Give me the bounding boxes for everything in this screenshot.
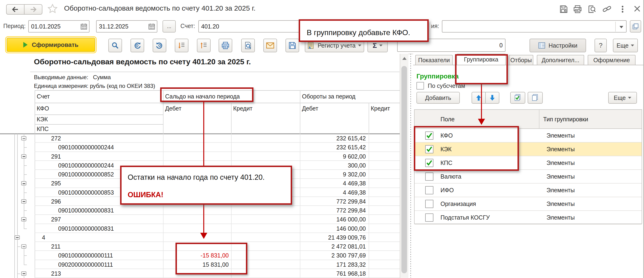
settings-button[interactable]: Настройки [530,39,586,52]
checkbox-unchecked-icon[interactable] [425,172,434,181]
tab-otbory[interactable]: Отборы [509,55,533,65]
field-name: Подстатья КОСГУ [440,214,490,221]
save-icon[interactable] [560,5,568,13]
panel-more-button[interactable]: Еще [608,92,637,104]
save-report-button[interactable] [286,39,299,52]
account-cell: 211 [51,243,60,250]
more-menu-icon[interactable] [622,5,624,13]
title-bar: Оборотно-сальдовая ведомость по счету 40… [0,0,644,18]
tab-pokazateli[interactable]: Показатели [415,55,453,65]
expand-search-next-button[interactable] [130,39,144,52]
account-label: Счет: [180,22,195,30]
date-from-input[interactable]: 01.01.2025 [28,20,90,32]
account-cell: 09010000000000244 [58,144,114,151]
report-row[interactable]: 09010000000000831772 299,84 [0,206,400,215]
grouping-row[interactable]: ВалютаЭлементы [414,170,642,184]
scrollbar-thumb[interactable] [402,66,407,273]
grouping-heading: Группировка [416,72,458,80]
report-column-header: КЭК [37,116,48,123]
annotation-error-label: ОШИБКА! [128,190,163,199]
panel-splitter[interactable] [410,54,411,278]
annotation-cells-box [176,243,247,274]
tab-oformlenie[interactable]: Оформление [588,55,636,65]
turnover-debit-cell: 4 469,38 [343,189,366,196]
tree-collapse-icon[interactable] [21,181,26,186]
tree-collapse-icon[interactable] [21,272,26,276]
app-window: Оборотно-сальдовая ведомость по счету 40… [0,0,644,278]
organization-select[interactable] [442,20,626,32]
add-field-button[interactable]: Добавить [416,92,460,104]
grouping-type: Элементы [546,173,575,180]
toolbar-more-button[interactable]: Еще [613,39,638,52]
account-cell: 09010000000000831 [58,207,114,214]
generate-button[interactable]: Сформировать [6,38,95,52]
annotation-error-text: Остатки на начало года по счету 401.20. [128,173,264,182]
dropdown-arrow-icon[interactable] [620,26,623,28]
report-column-header: Кредит [233,105,252,112]
annotation-hint-kfo: В группировку добавьте КФО. [299,19,429,42]
grouping-row[interactable]: ОрганизацияЭлементы [414,197,642,211]
annotation-arrowhead2 [478,119,485,125]
expand-groups-button[interactable] [175,39,188,52]
account-cell: 213 [51,270,61,277]
tree-collapse-icon[interactable] [21,199,26,204]
preview-icon[interactable] [588,5,596,13]
report-row[interactable]: 272232 615,42 [0,134,400,143]
field-column-header[interactable]: Поле [440,116,454,123]
tab-dopolnitelno[interactable]: Дополнител... [537,55,584,65]
search-button[interactable] [108,39,122,52]
tree-collapse-icon[interactable] [14,235,20,240]
help-button[interactable]: ? [594,39,607,52]
close-icon[interactable] [634,5,641,12]
tree-collapse-icon[interactable] [21,136,26,140]
report-row[interactable]: 421 439 009,76 [0,233,400,242]
generate-label: Сформировать [32,41,78,48]
calendar-icon[interactable] [148,23,155,30]
report-row[interactable]: 297146 000,00 [0,215,400,224]
link-icon[interactable] [602,5,612,13]
report-column-header: Кредит [371,105,390,112]
report-row[interactable]: 2919 602,00 [0,152,400,161]
turnover-debit-cell: 146 000,00 [336,225,366,232]
tree-collapse-icon[interactable] [21,217,26,222]
expand-search-prev-button[interactable] [153,39,166,52]
account-cell: 09010000000000111 [58,252,113,259]
checkbox-unchecked-icon[interactable] [425,214,434,222]
sigma-label: Σ [373,42,377,50]
print-button[interactable] [218,39,232,52]
account-value: 401.20 [201,23,219,30]
subaccounts-checkbox[interactable] [416,82,424,90]
report-vscrollbar[interactable] [400,54,408,278]
send-email-button[interactable] [263,39,277,52]
tree-collapse-icon[interactable] [21,244,26,248]
print-icon[interactable] [573,5,582,13]
report-title: Оборотно-сальдовая ведомость по счету 40… [34,58,251,66]
organization-open-button[interactable] [630,20,641,32]
uncheck-all-button[interactable] [528,92,543,104]
preview-button[interactable] [241,39,255,52]
scroll-up-icon[interactable] [402,57,406,60]
checkbox-unchecked-icon[interactable] [425,186,434,194]
checkbox-unchecked-icon[interactable] [425,200,434,208]
grouping-row[interactable]: Подстатья КОСГУЭлементы [414,211,642,224]
check-all-button[interactable] [510,92,525,104]
collapse-groups-button[interactable] [197,39,210,52]
report-column-header: КПС [37,126,49,132]
tree-collapse-icon[interactable] [21,154,26,158]
grouping-row[interactable]: ИФОЭлементы [414,184,642,197]
favorite-star-icon[interactable] [47,3,58,14]
period-more-button[interactable]: ... [162,20,176,32]
type-column-header[interactable]: Тип группировки [543,116,588,123]
back-button[interactable] [6,4,24,14]
report-meta-unit: Единица измерения: рубль (код по ОКЕИ 38… [34,83,155,89]
forward-button[interactable] [24,4,42,14]
date-to-input[interactable]: 31.12.2025 [96,20,157,32]
annotation-arrowhead [200,233,207,239]
move-up-button[interactable] [472,92,486,104]
report-row[interactable]: 09010000000000244232 615,42 [0,143,400,152]
date-from-value: 01.01.2025 [31,23,60,30]
report-row[interactable]: 09010000000000831146 000,00 [0,224,400,233]
calendar-icon[interactable] [80,23,87,30]
settings-label: Настройки [548,42,578,49]
move-down-button[interactable] [485,92,499,104]
